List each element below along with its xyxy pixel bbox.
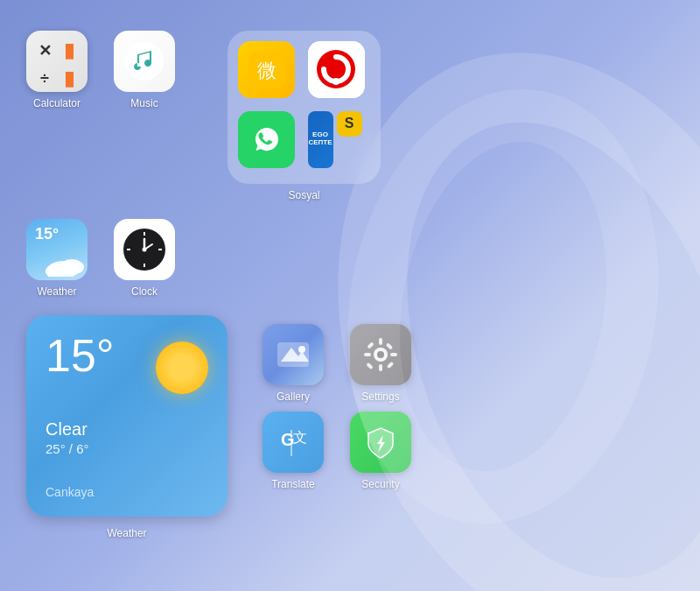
whatsapp-app-icon[interactable] [238,111,295,168]
widget-temperature: 15° [46,333,115,378]
widget-middle: Clear 25° / 6° [46,419,208,456]
svg-rect-30 [386,342,393,349]
vodafone-svg [308,41,365,98]
svg-rect-29 [366,362,373,369]
security-icon [350,412,411,473]
s-app-icon[interactable]: S [337,111,362,137]
bottom-row: 15° Clear 25° / 6° Cankaya Weather [26,315,674,539]
weather-small-app[interactable]: 15° Weather [26,219,88,298]
weather-widget-label: Weather [107,527,146,539]
svg-point-5 [332,78,340,85]
svg-point-20 [298,346,305,353]
gallery-label: Gallery [276,390,310,403]
app-row-1: ✕ ▮ ÷ ▮ Calculator [26,31,674,201]
calculator-icon: ✕ ▮ ÷ ▮ [26,31,88,92]
weather-widget-container: 15° Clear 25° / 6° Cankaya Weather [26,315,228,539]
music-app[interactable]: Music [114,31,175,109]
gallery-app[interactable]: Gallery [262,324,324,403]
clock-icon [114,219,175,280]
whatsapp-svg [248,121,285,158]
app-row-2: 15° Weather [26,219,674,298]
clock-label: Clock [131,285,158,298]
svg-rect-27 [367,341,374,348]
folder-box: 微 [228,31,381,184]
widget-condition: Clear [46,419,208,440]
music-label: Music [130,97,158,109]
sosyal-folder[interactable]: 微 [228,31,381,201]
clock-app[interactable]: Clock [114,219,175,298]
home-screen: ✕ ▮ ÷ ▮ Calculator [0,0,700,591]
settings-app[interactable]: Settings [350,324,411,403]
svg-text:微: 微 [257,60,276,81]
security-label: Security [361,478,399,490]
calc-x: ✕ [35,41,54,60]
weather-small-label: Weather [37,285,76,298]
translate-svg: G 文 [274,423,312,461]
right-apps: Gallery [262,324,411,490]
music-note-svg [125,42,164,81]
gallery-svg [274,335,312,374]
sosyal-folder-label: Sosyal [288,189,319,201]
svg-rect-25 [364,353,371,356]
settings-label: Settings [361,390,399,403]
settings-icon [350,324,411,385]
security-svg [361,423,400,461]
svg-rect-24 [379,364,382,371]
widget-city: Cankaya [46,485,208,499]
right-row-2: G 文 Translate [262,412,411,490]
calc-equals: ▮ [60,67,79,90]
svg-rect-23 [379,338,382,345]
music-icon [114,31,175,92]
calc-bar: ▮ [60,39,79,62]
ego-app-icon[interactable]: EGOСЕПТЕ [308,111,333,168]
folder-bottom-row: EGOСЕПТЕ S [308,111,371,174]
calculator-app[interactable]: ✕ ▮ ÷ ▮ Calculator [26,31,88,109]
weibo-app-icon[interactable]: 微 [238,41,295,98]
svg-point-0 [125,42,164,81]
security-app[interactable]: Security [350,412,411,490]
right-row-1: Gallery [262,324,411,403]
svg-text:文: 文 [293,430,307,445]
svg-point-17 [143,248,147,252]
svg-point-22 [377,351,384,358]
translate-app[interactable]: G 文 Translate [262,412,324,490]
translate-icon: G 文 [262,412,324,473]
weather-sun-icon [156,341,208,394]
weather-widget[interactable]: 15° Clear 25° / 6° Cankaya [26,315,228,517]
settings-svg [360,334,401,375]
weather-small-icon: 15° [26,219,88,280]
weibo-svg: 微 [248,52,285,88]
svg-rect-28 [387,362,394,369]
gallery-icon [262,324,324,385]
weather-cloud-svg [46,252,88,277]
clock-svg [122,227,167,272]
widget-top: 15° [46,333,208,394]
svg-rect-26 [390,353,397,356]
calculator-label: Calculator [33,97,80,109]
widget-range: 25° / 6° [46,441,208,456]
translate-label: Translate [271,478,315,490]
vodafone-app-icon[interactable] [308,41,365,98]
calc-div: ÷ [35,70,54,88]
